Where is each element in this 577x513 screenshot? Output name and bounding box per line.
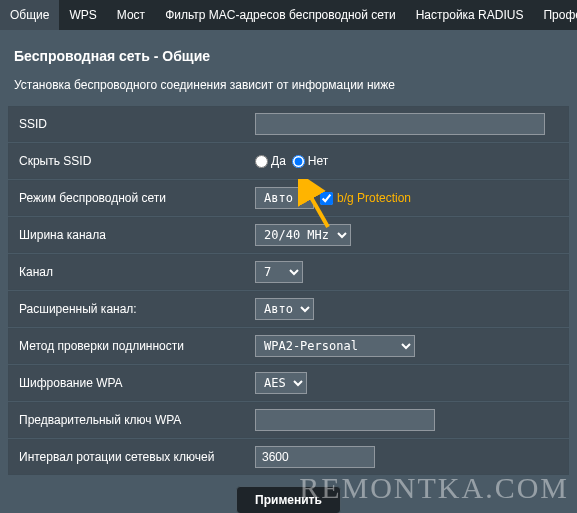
auth-select[interactable]: WPA2-Personal xyxy=(255,335,415,357)
row-bandwidth: Ширина канала 20/40 MHz xyxy=(8,217,569,253)
hide-ssid-no[interactable]: Нет xyxy=(292,154,328,168)
label-ssid: SSID xyxy=(9,107,249,141)
bandwidth-select[interactable]: 20/40 MHz xyxy=(255,224,351,246)
tab-mac-filter[interactable]: Фильтр MAC-адресов беспроводной сети xyxy=(155,0,406,30)
ssid-input[interactable] xyxy=(255,113,545,135)
tab-general[interactable]: Общие xyxy=(0,0,59,30)
tab-bridge[interactable]: Мост xyxy=(107,0,155,30)
label-mode: Режим беспроводной сети xyxy=(9,181,249,215)
label-bandwidth: Ширина канала xyxy=(9,218,249,252)
row-auth: Метод проверки подлинности WPA2-Personal xyxy=(8,328,569,364)
label-channel: Канал xyxy=(9,255,249,289)
hide-ssid-yes[interactable]: Да xyxy=(255,154,286,168)
row-rotation: Интервал ротации сетевых ключей xyxy=(8,439,569,475)
label-psk: Предварительный ключ WPA xyxy=(9,403,249,437)
ext-channel-select[interactable]: Авто xyxy=(255,298,314,320)
apply-button[interactable]: Применить xyxy=(236,486,341,513)
row-cipher: Шифрование WPA AES xyxy=(8,365,569,401)
label-rotation: Интервал ротации сетевых ключей xyxy=(9,440,249,474)
hide-ssid-yes-radio[interactable] xyxy=(255,155,268,168)
settings-form: SSID Скрыть SSID Да Нет Режим беспроводн… xyxy=(0,106,577,513)
hide-ssid-no-radio[interactable] xyxy=(292,155,305,168)
button-row: Применить xyxy=(8,476,569,513)
page-subtitle: Установка беспроводного соединения завис… xyxy=(0,72,577,106)
bg-protection-label: b/g Protection xyxy=(337,191,411,205)
row-psk: Предварительный ключ WPA xyxy=(8,402,569,438)
mode-select[interactable]: Авто xyxy=(255,187,314,209)
hide-ssid-yes-label: Да xyxy=(271,154,286,168)
channel-select[interactable]: 7 xyxy=(255,261,303,283)
tab-wps[interactable]: WPS xyxy=(59,0,106,30)
label-cipher: Шифрование WPA xyxy=(9,366,249,400)
row-ssid: SSID xyxy=(8,106,569,142)
tab-bar: Общие WPS Мост Фильтр MAC-адресов беспро… xyxy=(0,0,577,30)
row-channel: Канал 7 xyxy=(8,254,569,290)
rotation-input[interactable] xyxy=(255,446,375,468)
hide-ssid-no-label: Нет xyxy=(308,154,328,168)
tab-prof[interactable]: Профе xyxy=(533,0,577,30)
bg-protection-checkbox[interactable] xyxy=(320,192,333,205)
row-mode: Режим беспроводной сети Авто b/g Protect… xyxy=(8,180,569,216)
cipher-select[interactable]: AES xyxy=(255,372,307,394)
row-hide-ssid: Скрыть SSID Да Нет xyxy=(8,143,569,179)
bg-protection[interactable]: b/g Protection xyxy=(320,191,411,205)
page-title: Беспроводная сеть - Общие xyxy=(0,30,577,72)
label-hide-ssid: Скрыть SSID xyxy=(9,144,249,178)
psk-input[interactable] xyxy=(255,409,435,431)
row-ext-channel: Расширенный канал: Авто xyxy=(8,291,569,327)
label-auth: Метод проверки подлинности xyxy=(9,329,249,363)
label-ext-channel: Расширенный канал: xyxy=(9,292,249,326)
tab-radius[interactable]: Настройка RADIUS xyxy=(406,0,534,30)
